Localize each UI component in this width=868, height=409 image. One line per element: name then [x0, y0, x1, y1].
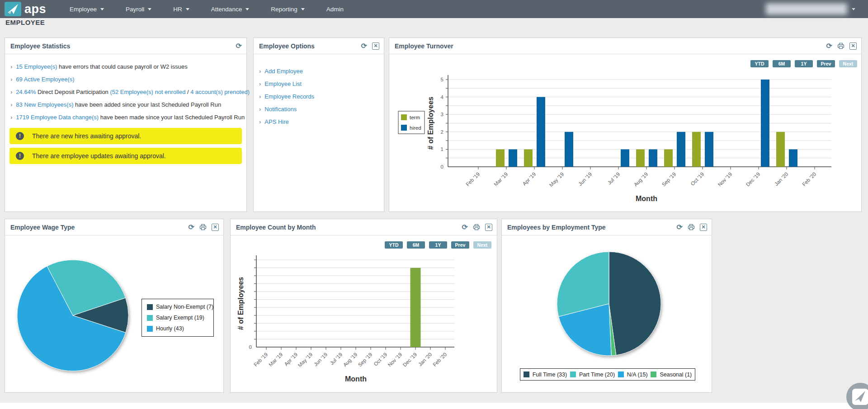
- aps-floating-logo[interactable]: [845, 382, 868, 409]
- option-link[interactable]: Employee List: [264, 80, 302, 87]
- stat-link[interactable]: 1719 Employee Data change(s): [16, 114, 99, 121]
- legend-item[interactable]: Salary Exempt (19): [147, 315, 208, 321]
- legend-item[interactable]: Full Time (33): [524, 371, 567, 378]
- stat-item: ›83 New Employees(s) have been added sin…: [5, 99, 246, 111]
- panel-employee-wage-type: Employee Wage Type ⟳ ✕ Salary Non-Exempt…: [5, 219, 224, 393]
- print-icon[interactable]: [837, 42, 844, 49]
- svg-text:Sep '19: Sep '19: [357, 352, 373, 368]
- legend-swatch: [618, 371, 624, 377]
- svg-text:5: 5: [441, 77, 443, 82]
- bar-hired: [649, 149, 657, 167]
- svg-text:Feb '20: Feb '20: [432, 352, 448, 367]
- bar-term: [692, 132, 701, 167]
- legend-swatch: [651, 371, 656, 377]
- aps-logo-icon: [5, 2, 21, 16]
- option-item: ›Add Employee: [254, 65, 384, 78]
- nav-item-employee[interactable]: Employee: [59, 0, 115, 18]
- refresh-icon[interactable]: ⟳: [677, 224, 683, 231]
- legend-item[interactable]: term: [410, 115, 420, 120]
- svg-text:May '19: May '19: [548, 171, 565, 188]
- footer-strip: [0, 403, 868, 409]
- close-icon[interactable]: ✕: [849, 42, 857, 50]
- stat-link[interactable]: 15 Employee(s): [16, 63, 57, 70]
- refresh-icon[interactable]: ⟳: [236, 42, 242, 50]
- panel-header: Employee Turnover ⟳ ✕: [389, 38, 861, 54]
- option-link[interactable]: Employee Records: [264, 93, 314, 100]
- option-link[interactable]: Add Employee: [264, 68, 303, 75]
- close-icon[interactable]: ✕: [372, 42, 379, 50]
- refresh-icon[interactable]: ⟳: [826, 42, 832, 50]
- legend-swatch[interactable]: [401, 114, 407, 120]
- stat-text: Direct Deposit Participation: [36, 89, 110, 95]
- nav-item-reporting[interactable]: Reporting: [260, 0, 316, 18]
- bar-hired: [621, 149, 629, 167]
- close-icon[interactable]: ✕: [700, 224, 707, 231]
- svg-text:Feb '19: Feb '19: [465, 171, 481, 187]
- app-root: aps Employee Payroll HR Attendance Repor…: [0, 0, 868, 409]
- svg-text:Jul '19: Jul '19: [607, 171, 621, 186]
- print-icon[interactable]: [688, 224, 695, 230]
- chevron-right-icon: ›: [10, 63, 12, 70]
- legend-swatch[interactable]: [401, 125, 407, 131]
- legend-item[interactable]: Part Time (20): [570, 371, 615, 378]
- chevron-right-icon: ›: [259, 118, 261, 125]
- bar-hired: [565, 132, 573, 167]
- bar-term: [496, 149, 505, 167]
- print-icon[interactable]: [199, 224, 207, 230]
- option-link[interactable]: Notifications: [264, 106, 297, 113]
- print-icon[interactable]: [473, 224, 480, 230]
- panel-title: Employee Wage Type: [10, 224, 75, 231]
- nav-item-attendance[interactable]: Attendance: [200, 0, 260, 18]
- stat-item: ›15 Employee(s) have errors that could c…: [5, 61, 246, 73]
- legend-item[interactable]: Seasonal (1): [651, 371, 692, 378]
- svg-text:Aug '19: Aug '19: [342, 352, 359, 368]
- bar-hired: [537, 97, 545, 167]
- stat-link[interactable]: (52 Employee(s) not enrolled: [110, 89, 185, 95]
- user-name-redacted: [766, 3, 847, 15]
- legend-swatch: [147, 326, 153, 332]
- nav-item-payroll[interactable]: Payroll: [115, 0, 162, 18]
- panel-title: Employee Turnover: [395, 42, 453, 50]
- nav-item-hr[interactable]: HR: [162, 0, 200, 18]
- refresh-icon[interactable]: ⟳: [189, 224, 194, 231]
- user-menu[interactable]: [766, 2, 861, 16]
- nav-menu: Employee Payroll HR Attendance Reporting…: [59, 0, 354, 18]
- bar--of-Employees: [410, 268, 421, 347]
- stat-link[interactable]: 83 New Employees(s): [16, 101, 73, 108]
- legend-item[interactable]: N/A (15): [618, 371, 648, 378]
- chevron-down-icon: [186, 8, 189, 10]
- pie-slice[interactable]: [609, 252, 661, 355]
- top-navbar: aps Employee Payroll HR Attendance Repor…: [0, 0, 868, 18]
- legend-item[interactable]: hired: [410, 125, 421, 131]
- brand-text: aps: [24, 0, 46, 18]
- bar-term: [664, 149, 673, 167]
- stat-link[interactable]: 24.64%: [16, 89, 36, 95]
- chevron-down-icon: [301, 8, 305, 10]
- refresh-icon[interactable]: ⟳: [361, 42, 367, 50]
- legend-label: N/A (15): [627, 371, 648, 378]
- stat-text: have errors that could cause payroll or …: [57, 63, 187, 70]
- legend-label: Seasonal (1): [660, 371, 692, 378]
- chevron-down-icon: [852, 8, 855, 10]
- close-icon[interactable]: ✕: [485, 224, 492, 231]
- refresh-icon[interactable]: ⟳: [462, 224, 468, 231]
- nav-item-admin[interactable]: Admin: [316, 0, 354, 18]
- legend-item[interactable]: Salary Non-Exempt (7): [147, 304, 208, 310]
- svg-text:Jul '19: Jul '19: [329, 352, 344, 366]
- bar-hired: [677, 132, 685, 167]
- legend-item[interactable]: Hourly (43): [147, 325, 208, 332]
- close-icon[interactable]: ✕: [212, 224, 219, 231]
- brand-logo[interactable]: aps: [5, 0, 46, 18]
- bar-term: [636, 149, 645, 167]
- stat-item: ›1719 Employee Data change(s) have been …: [5, 111, 246, 124]
- stat-link[interactable]: 4 account(s) prenoted): [190, 89, 250, 95]
- stat-item: ›24.64% Direct Deposit Participation (52…: [5, 86, 246, 99]
- count-by-month-bar-chart: 0Feb '19Mar '19Apr '19May '19Jun '19Jul …: [231, 235, 497, 393]
- svg-text:Mar '19: Mar '19: [493, 171, 509, 187]
- option-link[interactable]: APS Hire: [264, 118, 288, 125]
- stat-text: have been made since your last Scheduled…: [99, 114, 245, 121]
- stat-text: /: [185, 89, 190, 95]
- legend-label: Full Time (33): [533, 371, 567, 378]
- stat-link[interactable]: 69 Active Employee(s): [16, 76, 74, 83]
- statistics-alerts: !There are new hires awaiting approval.!…: [9, 128, 242, 164]
